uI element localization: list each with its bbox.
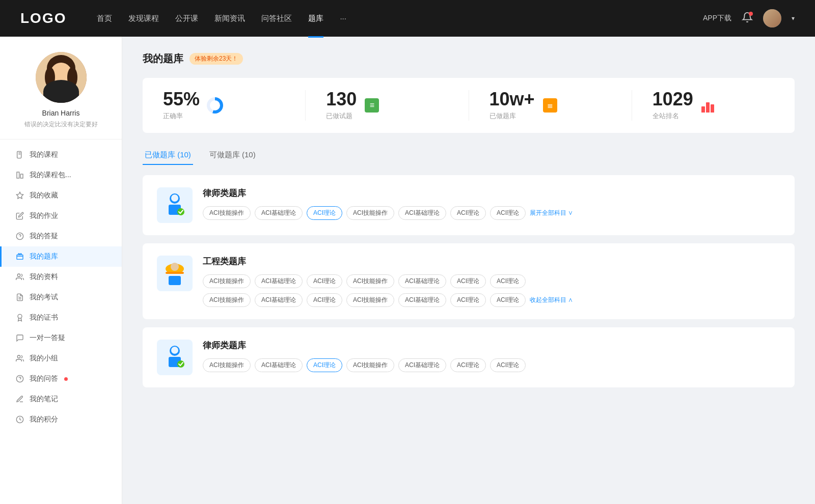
sidebar-item-notes[interactable]: 我的笔记 bbox=[0, 389, 122, 409]
question-circle-icon bbox=[15, 232, 24, 241]
stat-done-questions: 130 已做试题 ≡ bbox=[306, 90, 469, 121]
stat-value-done-b: 10w+ bbox=[490, 90, 535, 108]
sidebar-item-bank[interactable]: 我的题库 bbox=[0, 246, 122, 267]
bank-tag-1-r2-3[interactable]: ACI技能操作 bbox=[346, 293, 394, 307]
tab-done-banks[interactable]: 已做题库 (10) bbox=[143, 145, 193, 165]
sidebar-item-my-qa[interactable]: 我的问答 bbox=[0, 369, 122, 389]
note-icon-shape: ≡ bbox=[365, 98, 379, 113]
sidebar-item-certificate[interactable]: 我的证书 bbox=[0, 307, 122, 328]
bank-tag-1-3[interactable]: ACI技能操作 bbox=[346, 274, 394, 288]
bank-tag-2-5[interactable]: ACI理论 bbox=[450, 358, 486, 372]
user-menu-chevron[interactable]: ▾ bbox=[792, 15, 795, 22]
sidebar-item-course-package[interactable]: 我的课程包... bbox=[0, 165, 122, 185]
bank-tag-1-2[interactable]: ACI理论 bbox=[307, 274, 342, 288]
bank-tag-1-r2-2[interactable]: ACI理论 bbox=[307, 293, 342, 307]
question-icon-shape: ≣ bbox=[543, 98, 557, 113]
bank-card-2: 律师类题库 ACI技能操作 ACI基础理论 ACI理论 ACI技能操作 ACI基… bbox=[143, 327, 795, 387]
coin-icon bbox=[15, 415, 24, 424]
notification-bell[interactable] bbox=[742, 12, 753, 25]
sidebar-label-certificate: 我的证书 bbox=[30, 313, 58, 322]
svg-rect-32 bbox=[166, 272, 184, 274]
bank-tags-1-row2: ACI技能操作 ACI基础理论 ACI理论 ACI技能操作 ACI基础理论 AC… bbox=[203, 293, 780, 307]
sidebar-item-homework[interactable]: 我的作业 bbox=[0, 206, 122, 226]
nav-discover[interactable]: 发现课程 bbox=[128, 12, 159, 25]
nav-open-course[interactable]: 公开课 bbox=[175, 12, 198, 25]
nav-bank[interactable]: 题库 bbox=[308, 12, 323, 25]
tab-available-banks[interactable]: 可做题库 (10) bbox=[207, 145, 258, 165]
svg-rect-11 bbox=[20, 174, 23, 178]
bank-expand-0[interactable]: 展开全部科目 ∨ bbox=[530, 209, 573, 217]
bank-tag-1-1[interactable]: ACI基础理论 bbox=[255, 274, 303, 288]
bank-tags-1: ACI技能操作 ACI基础理论 ACI理论 ACI技能操作 ACI基础理论 AC… bbox=[203, 274, 780, 288]
bank-tag-1-6[interactable]: ACI理论 bbox=[490, 274, 526, 288]
bank-tag-2-0[interactable]: ACI技能操作 bbox=[203, 358, 251, 372]
sidebar-item-profile-data[interactable]: 我的资料 bbox=[0, 267, 122, 287]
award-icon bbox=[15, 313, 24, 322]
stat-icon-question: ≣ bbox=[541, 96, 559, 115]
svg-rect-10 bbox=[17, 172, 19, 178]
svg-point-3 bbox=[45, 67, 55, 88]
sidebar-item-qa[interactable]: 我的答疑 bbox=[0, 226, 122, 246]
sidebar-item-group[interactable]: 我的小组 bbox=[0, 348, 122, 369]
bank-tag-1-r2-5[interactable]: ACI理论 bbox=[450, 293, 486, 307]
svg-rect-33 bbox=[169, 276, 181, 285]
bank-tag-1-r2-1[interactable]: ACI基础理论 bbox=[255, 293, 303, 307]
bank-tag-2-3[interactable]: ACI技能操作 bbox=[346, 358, 394, 372]
bank-icon-engineer-1 bbox=[157, 256, 193, 291]
bank-tag-0-6[interactable]: ACI理论 bbox=[490, 206, 526, 220]
stat-icon-chart bbox=[699, 96, 718, 115]
sidebar-item-my-course[interactable]: 我的课程 bbox=[0, 145, 122, 165]
sidebar-label-course-package: 我的课程包... bbox=[30, 171, 71, 180]
sidebar-item-points[interactable]: 我的积分 bbox=[0, 409, 122, 430]
stat-value-accuracy: 55% bbox=[163, 90, 200, 108]
bank-tag-2-4[interactable]: ACI基础理论 bbox=[398, 358, 446, 372]
chart-icon bbox=[15, 171, 24, 180]
app-download-button[interactable]: APP下载 bbox=[703, 14, 731, 23]
sidebar-menu: 我的课程 我的课程包... 我的收藏 我的作业 bbox=[0, 145, 122, 430]
svg-point-21 bbox=[17, 355, 20, 358]
sidebar-item-exam[interactable]: 我的考试 bbox=[0, 287, 122, 307]
bank-icon bbox=[15, 252, 24, 261]
bank-tag-1-5[interactable]: ACI理论 bbox=[450, 274, 486, 288]
stat-label-done-b: 已做题库 bbox=[490, 111, 535, 121]
svg-point-4 bbox=[67, 67, 77, 88]
nav-home[interactable]: 首页 bbox=[97, 12, 112, 25]
sidebar-item-one-on-one[interactable]: 一对一答疑 bbox=[0, 328, 122, 348]
svg-point-5 bbox=[46, 90, 76, 103]
file-icon bbox=[15, 150, 24, 159]
sidebar-item-favorites[interactable]: 我的收藏 bbox=[0, 185, 122, 206]
bank-tag-1-0[interactable]: ACI技能操作 bbox=[203, 274, 251, 288]
bank-tag-0-0[interactable]: ACI技能操作 bbox=[203, 206, 251, 220]
sidebar-profile: Brian Harris 错误的决定比没有决定要好 bbox=[0, 52, 122, 139]
bank-tag-1-4[interactable]: ACI基础理论 bbox=[398, 274, 446, 288]
bank-card-0: 律师类题库 ACI技能操作 ACI基础理论 ACI理论 ACI技能操作 ACI基… bbox=[143, 175, 795, 235]
bank-tag-1-r2-6[interactable]: ACI理论 bbox=[490, 293, 526, 307]
sidebar-label-favorites: 我的收藏 bbox=[30, 191, 58, 200]
bank-tag-0-1[interactable]: ACI基础理论 bbox=[255, 206, 303, 220]
bank-name-1: 工程类题库 bbox=[203, 256, 780, 267]
sidebar-label-exam: 我的考试 bbox=[30, 293, 58, 302]
nav-qa[interactable]: 问答社区 bbox=[261, 12, 292, 25]
user-avatar[interactable] bbox=[763, 9, 781, 27]
bank-tag-1-r2-0[interactable]: ACI技能操作 bbox=[203, 293, 251, 307]
bank-tabs: 已做题库 (10) 可做题库 (10) bbox=[143, 145, 795, 165]
bank-tag-1-r2-4[interactable]: ACI基础理论 bbox=[398, 293, 446, 307]
bank-collapse-1[interactable]: 收起全部科目 ∧ bbox=[530, 296, 573, 304]
nav-more[interactable]: ··· bbox=[340, 12, 346, 25]
bank-tag-2-2[interactable]: ACI理论 bbox=[307, 358, 342, 372]
stat-value-rank: 1029 bbox=[653, 90, 693, 108]
bank-tag-2-1[interactable]: ACI基础理论 bbox=[255, 358, 303, 372]
bank-tag-0-2[interactable]: ACI理论 bbox=[307, 206, 342, 220]
stat-icon-note: ≡ bbox=[363, 96, 381, 115]
page-title: 我的题库 bbox=[143, 52, 183, 66]
bank-tags-2: ACI技能操作 ACI基础理论 ACI理论 ACI技能操作 ACI基础理论 AC… bbox=[203, 358, 780, 372]
nav-news[interactable]: 新闻资讯 bbox=[214, 12, 245, 25]
bank-tag-2-6[interactable]: ACI理论 bbox=[490, 358, 526, 372]
user-group-icon bbox=[15, 272, 24, 282]
file-text-icon bbox=[15, 293, 24, 302]
bank-tag-0-3[interactable]: ACI技能操作 bbox=[346, 206, 394, 220]
bank-tag-0-4[interactable]: ACI基础理论 bbox=[398, 206, 446, 220]
avatar-image bbox=[763, 9, 781, 27]
svg-marker-12 bbox=[16, 192, 23, 199]
bank-tag-0-5[interactable]: ACI理论 bbox=[450, 206, 486, 220]
